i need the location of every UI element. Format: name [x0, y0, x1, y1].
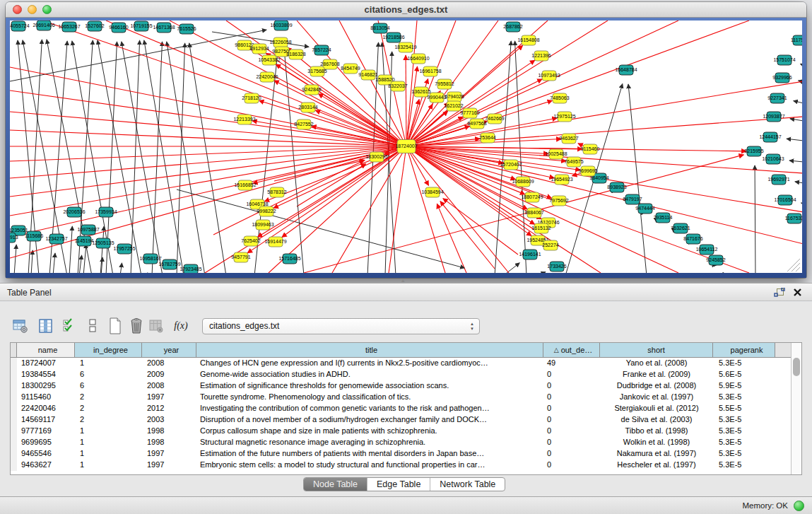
table-cell[interactable]: 1997 [142, 392, 196, 403]
table-cell[interactable]: Franke et al. (2009) [600, 369, 713, 380]
table-cell[interactable]: Estimation of significance thresholds fo… [196, 380, 543, 392]
table-cell[interactable]: 0 [543, 380, 600, 392]
column-header-short[interactable]: short [600, 343, 713, 357]
table-cell[interactable]: Corpus callosum shape and size in male p… [196, 426, 543, 437]
zoom-window-button[interactable] [42, 5, 52, 14]
table-cell[interactable]: 2 [75, 414, 142, 426]
select-mode-button[interactable] [60, 316, 78, 336]
delete-table-button[interactable] [127, 316, 146, 336]
table-cell[interactable]: Dudbridge et al. (2008) [600, 380, 713, 392]
table-cell[interactable]: Embryonic stem cells: a model to study s… [196, 460, 543, 471]
network-graph[interactable]: 1405572420691406106532671527602946616010… [10, 21, 802, 273]
table-cell[interactable]: 22420046 [17, 403, 75, 414]
table-row[interactable]: 1938455462009Genome-wide association stu… [11, 369, 801, 380]
scrollbar-thumb[interactable] [793, 358, 800, 376]
table-cell[interactable]: 5.3E-5 [713, 392, 775, 403]
table-cell[interactable]: 2008 [142, 358, 196, 369]
table-cell[interactable]: Investigating the contribution of common… [196, 403, 543, 414]
table-cell[interactable]: Hescheler et al. (1997) [600, 460, 713, 471]
table-cell[interactable]: 5.5E-5 [713, 403, 775, 414]
table-row[interactable]: 2242004622012Investigating the contribut… [11, 403, 801, 414]
table-cell[interactable]: Yano et al. (2008) [600, 358, 713, 369]
network-table-select[interactable]: citations_edges.txt ▲▼ [202, 318, 480, 334]
network-canvas[interactable]: 1405572420691406106532671527602946616010… [10, 21, 802, 273]
tab-network-table[interactable]: Network Table [430, 478, 505, 491]
table-cell[interactable]: Genome-wide association studies in ADHD. [196, 369, 543, 380]
column-header-name[interactable]: name [17, 343, 75, 357]
table-cell[interactable]: 5.3E-5 [713, 437, 775, 448]
table-cell[interactable]: 1 [75, 437, 142, 448]
table-cell[interactable]: 1 [75, 426, 142, 437]
table-cell[interactable]: 1 [75, 358, 142, 369]
table-cell[interactable]: 0 [543, 414, 600, 426]
table-cell[interactable]: 0 [543, 437, 600, 448]
table-cell[interactable]: 2 [75, 403, 142, 414]
table-cell[interactable]: de Silva et al. (2003) [600, 414, 713, 426]
table-cell[interactable]: 1998 [142, 437, 196, 448]
table-cell[interactable]: 0 [543, 448, 600, 460]
table-cell[interactable]: 5.3E-5 [713, 448, 775, 460]
table-cell[interactable]: 9465546 [17, 448, 75, 460]
table-cell[interactable]: 9115460 [17, 392, 75, 403]
table-cell[interactable]: 19384554 [17, 369, 75, 380]
table-cell[interactable]: 6 [75, 369, 142, 380]
close-panel-icon[interactable] [792, 287, 803, 298]
table-cell[interactable]: 5.3E-5 [713, 426, 775, 437]
float-panel-icon[interactable] [774, 288, 785, 298]
table-row[interactable]: 911546021997Tourette syndrome. Phenomeno… [11, 392, 801, 403]
table-row[interactable]: 946554611997Estimation of the future num… [11, 448, 801, 460]
table-cell[interactable]: 9699695 [17, 437, 75, 448]
column-header-out-degree[interactable]: △ out_de… [543, 343, 600, 357]
table-cell[interactable]: Stergiakouli et al. (2012) [600, 403, 713, 414]
table-cell[interactable]: 2008 [142, 380, 196, 392]
row-height-button[interactable] [83, 316, 102, 336]
table-cell[interactable]: 1 [75, 448, 142, 460]
tab-edge-table[interactable]: Edge Table [367, 478, 430, 491]
table-row[interactable]: 969969511998Structural magnetic resonanc… [11, 437, 801, 448]
column-header-title[interactable]: title [196, 343, 543, 357]
table-cell[interactable]: 9463627 [17, 460, 75, 471]
table-cell[interactable]: 5.6E-5 [713, 369, 775, 380]
table-cell[interactable]: 2009 [142, 369, 196, 380]
table-cell[interactable]: 6 [75, 380, 142, 392]
table-cell[interactable]: Tibbo et al. (1998) [600, 426, 713, 437]
tab-node-table[interactable]: Node Table [304, 478, 367, 491]
table-cell[interactable]: 5.3E-5 [713, 414, 775, 426]
table-row[interactable]: 1872400712008Changes of HCN gene express… [11, 358, 801, 369]
table-cell[interactable]: Jankovic et al. (1997) [600, 392, 713, 403]
table-cell[interactable]: 1997 [142, 448, 196, 460]
table-cell[interactable]: Estimation of the future numbers of pati… [196, 448, 543, 460]
table-cell[interactable]: 0 [543, 392, 600, 403]
show-columns-button[interactable] [37, 316, 55, 336]
close-window-button[interactable] [13, 5, 22, 14]
table-cell[interactable]: 5.9E-5 [713, 380, 775, 392]
column-header-in-degree[interactable]: in_degree [75, 343, 142, 357]
import-table-button[interactable] [147, 316, 165, 336]
table-cell[interactable]: Tourette syndrome. Phenomenology and cla… [196, 392, 543, 403]
table-cell[interactable]: 18300295 [17, 380, 75, 392]
table-row[interactable]: 946362711997Embryonic stem cells: a mode… [11, 460, 801, 471]
minimize-window-button[interactable] [28, 5, 37, 14]
table-cell[interactable]: Structural magnetic resonance image aver… [196, 437, 543, 448]
table-cell[interactable]: 0 [543, 369, 600, 380]
table-vertical-scrollbar[interactable] [791, 343, 801, 474]
table-cell[interactable]: Changes of HCN gene expression and I(f) … [196, 358, 543, 369]
function-builder-button[interactable]: f(x) [172, 316, 190, 336]
table-cell[interactable]: 1998 [142, 426, 196, 437]
table-options-button[interactable] [11, 316, 30, 336]
table-cell[interactable]: Disruption of a novel member of a sodium… [196, 414, 543, 426]
table-cell[interactable]: 5.3E-5 [713, 358, 775, 369]
memory-status-indicator[interactable] [794, 501, 804, 511]
table-cell[interactable]: 0 [543, 403, 600, 414]
network-window-titlebar[interactable]: citations_edges.txt [6, 2, 806, 18]
table-cell[interactable]: 2003 [142, 414, 196, 426]
create-table-button[interactable] [106, 316, 124, 336]
table-cell[interactable]: 2 [75, 392, 142, 403]
table-cell[interactable]: Wolkin et al. (1998) [600, 437, 713, 448]
table-row[interactable]: 1456911722003Disruption of a novel membe… [11, 414, 801, 426]
canvas-resize-grip[interactable] [787, 259, 800, 271]
table-cell[interactable]: 9777169 [17, 426, 75, 437]
table-cell[interactable]: Nakamura et al. (1997) [600, 448, 713, 460]
table-cell[interactable]: 5.3E-5 [713, 460, 775, 471]
column-header-pagerank[interactable]: pagerank [713, 343, 775, 357]
